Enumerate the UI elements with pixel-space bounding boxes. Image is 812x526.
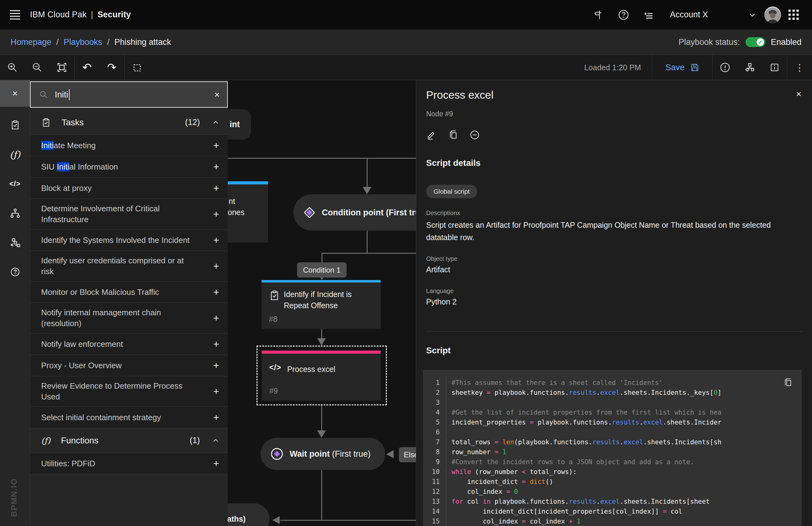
task-result-row[interactable]: Notify law enforcement+ bbox=[30, 334, 228, 355]
line-number: 13 bbox=[423, 498, 440, 505]
node-details-panel: × Process excel Node #9 Script details G… bbox=[416, 80, 812, 526]
queue-button[interactable] bbox=[636, 0, 661, 29]
add-node-button[interactable]: + bbox=[213, 412, 219, 423]
help-circle-icon bbox=[10, 267, 20, 277]
task-result-row[interactable]: Identify user credentials comprised or a… bbox=[30, 251, 228, 281]
edge-label-else[interactable]: Else bbox=[399, 447, 416, 462]
task-result-row[interactable]: Identify the Systems Involved the Incide… bbox=[30, 230, 228, 251]
rail-subflow-button[interactable] bbox=[0, 233, 30, 252]
breadcrumb-homepage[interactable]: Homepage bbox=[11, 38, 52, 47]
fit-to-screen-button[interactable] bbox=[49, 55, 74, 80]
task-result-row[interactable]: SIU Initial Information+ bbox=[30, 156, 228, 178]
help-button[interactable] bbox=[611, 0, 636, 29]
add-node-button[interactable]: + bbox=[213, 312, 219, 324]
playbook-status-toggle[interactable]: ✓ bbox=[745, 37, 765, 47]
remove-node-button[interactable] bbox=[469, 130, 480, 140]
breadcrumb-separator: / bbox=[107, 38, 110, 47]
breadcrumb-playbooks[interactable]: Playbooks bbox=[64, 38, 102, 47]
script-code-editor[interactable]: 1#This assumes that there is a sheet cal… bbox=[423, 370, 802, 526]
undo-button[interactable]: ↶ bbox=[75, 55, 99, 80]
node-partial-left[interactable]: nt ones bbox=[228, 181, 268, 243]
result-item-label: Proxy - User Overview bbox=[41, 360, 196, 371]
zoom-out-button[interactable] bbox=[25, 55, 49, 80]
duplicate-node-button[interactable] bbox=[448, 130, 458, 140]
code-line: 4#Get the list of incident properties fr… bbox=[423, 408, 802, 418]
result-item-label: Select initial containment strategy bbox=[41, 412, 196, 423]
code-line: 1#This assumes that there is a sheet cal… bbox=[423, 378, 802, 388]
node-wait-point[interactable]: Wait point (First true) bbox=[261, 438, 385, 470]
add-node-button[interactable]: + bbox=[213, 287, 219, 298]
task-result-row[interactable]: Select initial containment strategy+ bbox=[30, 407, 228, 428]
account-selector[interactable]: Account X bbox=[661, 10, 721, 19]
rail-functions-button[interactable]: (ƒ) bbox=[0, 145, 30, 164]
rail-help-button[interactable] bbox=[0, 263, 30, 281]
task-result-row[interactable]: Determine Involvement of Critical Infras… bbox=[30, 199, 228, 230]
node-partial-bottom[interactable]: l paths) bbox=[228, 503, 270, 526]
add-node-button[interactable]: + bbox=[213, 161, 219, 173]
node-partial-top[interactable]: int bbox=[228, 109, 251, 140]
functions-section-header[interactable]: (ƒ) Functions (1) bbox=[30, 428, 228, 453]
info-button[interactable] bbox=[762, 55, 787, 80]
task-result-row[interactable]: Review Evidence to Determine Process Use… bbox=[30, 376, 228, 407]
clear-search-button[interactable]: × bbox=[214, 89, 220, 100]
rail-decision-button[interactable] bbox=[0, 204, 30, 222]
edge-label-condition-1[interactable]: Condition 1 bbox=[297, 262, 347, 278]
task-result-row[interactable]: Notify internal management chain (resolu… bbox=[30, 303, 228, 334]
tasks-section-header[interactable]: Tasks (12) bbox=[30, 110, 228, 135]
flow-edge bbox=[321, 405, 322, 431]
zoom-in-button[interactable] bbox=[0, 55, 25, 80]
decision-tree-icon bbox=[10, 208, 21, 219]
add-node-button[interactable]: + bbox=[213, 458, 219, 469]
close-panel-button[interactable]: × bbox=[796, 89, 801, 99]
task-result-row[interactable]: Proxy - User Overview+ bbox=[30, 355, 228, 376]
app-switcher-button[interactable] bbox=[781, 0, 806, 29]
rail-tasks-button[interactable] bbox=[0, 116, 30, 134]
line-number: 9 bbox=[423, 458, 440, 466]
playbook-canvas[interactable]: int nt ones Condition point (First tru C… bbox=[228, 80, 416, 526]
function-result-row[interactable]: Utilities: PDFiD+ bbox=[30, 453, 228, 474]
add-node-button[interactable]: + bbox=[213, 140, 219, 151]
account-chevron-button[interactable] bbox=[748, 11, 756, 19]
task-result-row[interactable]: Monitor or Block Malicious Traffic+ bbox=[30, 281, 228, 303]
header-actions: Account X bbox=[586, 0, 812, 29]
node-condition-point[interactable]: Condition point (First tru bbox=[293, 194, 416, 231]
palette-search-field[interactable]: Initi × bbox=[30, 82, 228, 108]
task-result-row[interactable]: Block at proxy+ bbox=[30, 178, 228, 199]
flow-overview-button[interactable] bbox=[737, 55, 762, 80]
add-node-button[interactable]: + bbox=[213, 182, 219, 194]
line-number: 4 bbox=[423, 409, 440, 416]
add-node-button[interactable]: + bbox=[213, 338, 219, 350]
validation-warnings-button[interactable] bbox=[713, 55, 737, 80]
add-node-button[interactable]: + bbox=[213, 261, 219, 272]
language-value: Python 2 bbox=[426, 297, 457, 306]
add-node-button[interactable]: + bbox=[213, 208, 219, 220]
condition-diamond-icon bbox=[304, 207, 315, 218]
section-divider bbox=[426, 331, 802, 332]
code-line: 14 incident_dict[incident_properties[col… bbox=[423, 507, 802, 516]
milestone-button[interactable] bbox=[586, 0, 611, 29]
loaded-timestamp: Loaded 1:20 PM bbox=[573, 63, 652, 72]
add-node-button[interactable]: + bbox=[213, 386, 219, 397]
wait-point-icon bbox=[271, 448, 283, 460]
redo-button[interactable]: ↷ bbox=[99, 55, 124, 80]
line-number: 12 bbox=[423, 488, 440, 495]
rail-scripts-button[interactable]: </> bbox=[0, 175, 30, 193]
save-button[interactable]: Save bbox=[652, 63, 712, 72]
code-line: 6 bbox=[423, 427, 802, 437]
add-node-button[interactable]: + bbox=[213, 360, 219, 371]
node-9-process-excel[interactable]: </> Process excel #9 bbox=[262, 351, 381, 401]
description-label: Descriptionx bbox=[426, 209, 460, 217]
task-result-row[interactable]: Initiate Meeting+ bbox=[30, 135, 228, 156]
flow-edge bbox=[321, 470, 322, 521]
product-title: IBM Cloud Pak | Security bbox=[30, 10, 131, 19]
overflow-menu-button[interactable]: ⋮ bbox=[787, 55, 812, 80]
flow-edge bbox=[321, 253, 416, 254]
select-region-button[interactable] bbox=[125, 55, 149, 80]
close-palette-button[interactable]: × bbox=[0, 80, 30, 107]
menu-button[interactable] bbox=[0, 0, 30, 29]
user-avatar[interactable] bbox=[764, 6, 781, 23]
edit-node-button[interactable] bbox=[426, 130, 437, 140]
add-node-button[interactable]: + bbox=[213, 235, 219, 246]
node-8-identify-repeat-offense[interactable]: Identify if Incident is Repeat Offense #… bbox=[261, 280, 381, 329]
functions-result-list: Utilities: PDFiD+ bbox=[30, 453, 228, 474]
